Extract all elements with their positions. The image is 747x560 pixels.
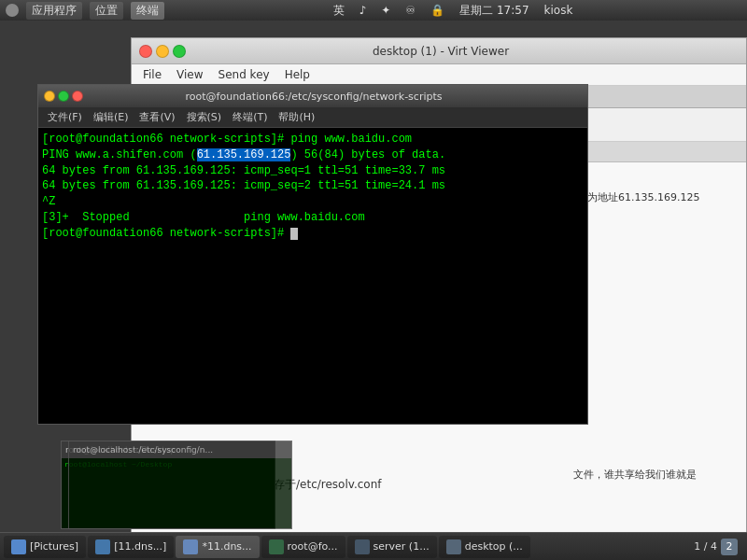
terminal-menu[interactable]: 终端 (131, 2, 164, 20)
sendkey-menu[interactable]: Send key (211, 66, 277, 83)
pager-text: 1 / 4 (694, 540, 717, 553)
datetime: 星期二 17:57 (459, 3, 529, 19)
taskbar-11dns-1[interactable]: [11.dns...] (88, 536, 174, 558)
edit-menu-terminal[interactable]: 编辑(E) (88, 108, 134, 126)
virt-viewer-title: desktop (1) - Virt Viewer (186, 45, 696, 58)
dns1-label: [11.dns...] (114, 540, 166, 553)
taskbar: [Pictures] [11.dns...] *11.dns... root@f… (0, 532, 747, 560)
dns2-label: *11.dns... (202, 540, 251, 553)
view-menu[interactable]: View (169, 66, 210, 83)
terminal-body[interactable]: [root@foundation66 network-scripts]# pin… (38, 128, 587, 424)
maximize-button[interactable] (173, 45, 186, 58)
dns1-icon (95, 539, 110, 554)
minimize-button[interactable] (156, 45, 169, 58)
file-menu[interactable]: File (135, 66, 169, 83)
root-icon (269, 539, 284, 554)
bluetooth-icon[interactable]: ✦ (381, 4, 390, 17)
help-menu[interactable]: Help (277, 66, 317, 83)
right-text-2: 文件，谁共享给我们谁就是 (573, 468, 746, 482)
pictures-label: [Pictures] (30, 540, 78, 553)
file-menu-terminal[interactable]: 文件(F) (42, 108, 88, 126)
taskbar-11dns-2[interactable]: *11.dns... (176, 536, 259, 558)
terminal-window-controls (44, 91, 83, 102)
wifi-icon[interactable]: ♾ (405, 4, 416, 17)
right-text-1: 为地址61.135.169.125 (587, 190, 737, 204)
terminal-cursor (290, 228, 298, 240)
terminal-line-2: PING www.a.shifen.com (61.135.169.125) 5… (42, 147, 584, 163)
audio-icon[interactable]: ♪ (359, 4, 367, 17)
dns2-icon (183, 539, 198, 554)
window-controls (139, 45, 186, 58)
top-bar-left: 应用程序 位置 终端 (6, 2, 164, 20)
terminal-menubar: 文件(F) 编辑(E) 查看(V) 搜索(S) 终端(T) 帮助(H) (38, 107, 587, 128)
app-menu[interactable]: 应用程序 (26, 2, 82, 20)
search-menu-terminal[interactable]: 搜索(S) (181, 108, 228, 126)
ip-highlight: 61.135.169.125 (197, 148, 291, 161)
task-pager: 1 / 4 2 (688, 539, 743, 555)
terminal-line-3: 64 bytes from 61.135.169.125: icmp_seq=1… (42, 163, 584, 179)
terminal-line-1: [root@foundation66 network-scripts]# pin… (42, 132, 584, 147)
view-menu-terminal[interactable]: 查看(V) (134, 108, 180, 126)
root-label: root@fo... (288, 540, 338, 553)
terminal-restore[interactable] (58, 91, 69, 102)
desktop-label: desktop (... (465, 540, 523, 553)
terminal-line-4: 64 bytes from 61.135.169.125: icmp_seq=2… (42, 178, 584, 194)
thumbnail-terminal-2: root@localhost:/etc/sysconfig/n... (68, 441, 292, 529)
taskbar-root[interactable]: root@fo... (261, 536, 345, 558)
pictures-icon (11, 539, 26, 554)
top-system-bar: 应用程序 位置 终端 英 ♪ ✦ ♾ 🔒 星期二 17:57 kiosk (0, 0, 747, 21)
thumbnail-title-2: root@localhost:/etc/sysconfig/n... (73, 445, 213, 455)
desktop-icon (446, 539, 461, 554)
taskbar-server[interactable]: server (1... (347, 536, 437, 558)
help-menu-terminal[interactable]: 帮助(H) (273, 108, 320, 126)
terminal-minimize[interactable] (44, 91, 55, 102)
terminal-line-6: [3]+ Stopped ping www.baidu.com (42, 210, 584, 226)
system-icon (6, 4, 19, 17)
virt-viewer-menubar: File View Send key Help (132, 64, 746, 86)
terminal-close[interactable] (72, 91, 83, 102)
close-button[interactable] (139, 45, 152, 58)
top-bar-center: 英 ♪ ✦ ♾ 🔒 星期二 17:57 kiosk (333, 3, 573, 19)
location-label[interactable]: 位置 (95, 3, 118, 19)
virt-viewer-titlebar: desktop (1) - Virt Viewer (132, 38, 746, 64)
terminal-line-7: [root@foundation66 network-scripts]# (42, 226, 584, 242)
terminal-label[interactable]: 终端 (136, 3, 159, 19)
thumbnail-bar-2: root@localhost:/etc/sysconfig/n... (69, 441, 291, 458)
thumbnail-body-2 (69, 458, 291, 528)
kiosk-label: kiosk (544, 4, 573, 17)
lang-indicator: 英 (333, 3, 345, 19)
apps-label[interactable]: 应用程序 (32, 3, 77, 19)
lock-icon[interactable]: 🔒 (430, 4, 444, 17)
terminal-line-5: ^Z (42, 194, 584, 210)
terminal-window: root@foundation66:/etc/sysconfig/network… (37, 84, 588, 425)
taskbar-pictures[interactable]: [Pictures] (4, 536, 86, 558)
location-menu[interactable]: 位置 (90, 2, 123, 20)
terminal-menu-item[interactable]: 终端(T) (227, 108, 273, 126)
server-label: server (1... (374, 540, 430, 553)
terminal-titlebar: root@foundation66:/etc/sysconfig/network… (38, 85, 587, 107)
taskbar-desktop[interactable]: desktop (... (439, 536, 530, 558)
server-icon (355, 539, 370, 554)
terminal-title: root@foundation66:/etc/sysconfig/network… (83, 91, 544, 103)
pager-num[interactable]: 2 (721, 539, 738, 555)
